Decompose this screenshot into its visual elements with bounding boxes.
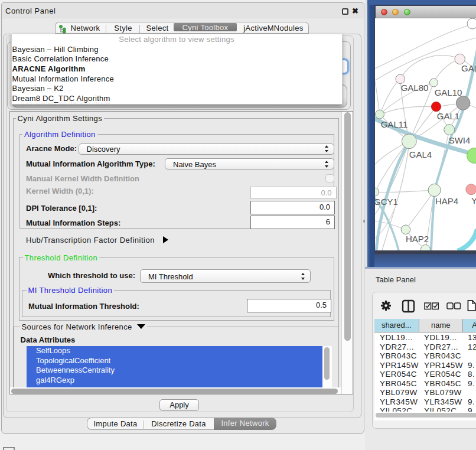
svg-text:GCY1: GCY1 [375,197,398,207]
svg-text:SWI4: SWI4 [448,135,470,145]
svg-text:GAL3: GAL3 [461,63,476,73]
svg-text:GAL4: GAL4 [409,149,431,159]
svg-text:GAL1: GAL1 [436,111,459,121]
svg-text:HAP2: HAP2 [405,234,428,244]
svg-text:HAP4: HAP4 [435,196,458,206]
svg-text:YEL: YEL [471,195,476,206]
svg-text:GAL10: GAL10 [434,87,462,97]
svg-text:GAL11: GAL11 [380,119,407,129]
svg-text:GAL80: GAL80 [400,83,428,93]
